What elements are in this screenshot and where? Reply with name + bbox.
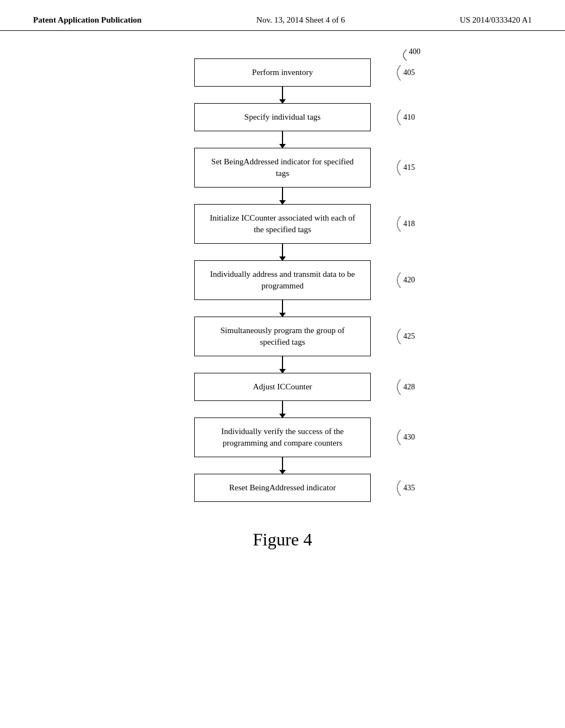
- annotation-428: 428: [392, 376, 415, 398]
- flow-box-405: Perform inventory: [194, 58, 371, 87]
- bracket-420: [392, 269, 402, 291]
- box-wrapper-425: Simultaneously program the group of spec…: [194, 317, 371, 356]
- page-header: Patent Application Publication Nov. 13, …: [0, 0, 565, 31]
- annotation-420: 420: [392, 269, 415, 291]
- flow-box-435: Reset BeingAddressed indicator: [194, 474, 371, 502]
- publication-title: Patent Application Publication: [33, 15, 142, 25]
- figure-label: Figure 4: [253, 529, 312, 550]
- box-wrapper-418: Initialize ICCounter associated with eac…: [194, 204, 371, 244]
- annotation-435: 435: [392, 477, 415, 499]
- box-wrapper-420: Individually address and transmit data t…: [194, 260, 371, 300]
- annotation-405: 405: [392, 62, 415, 84]
- arrow-2: [282, 131, 283, 148]
- annotation-410: 410: [392, 106, 415, 129]
- bracket-415: [392, 157, 402, 179]
- bracket-405: [392, 62, 402, 84]
- flow-box-418: Initialize ICCounter associated with eac…: [194, 204, 371, 244]
- flow-box-425: Simultaneously program the group of spec…: [194, 317, 371, 356]
- annotation-430: 430: [392, 426, 415, 448]
- arrow-1: [282, 87, 283, 103]
- flow-box-415: Set BeingAddressed indicator for specifi…: [194, 148, 371, 188]
- bracket-418: [392, 213, 402, 235]
- bracket-435: [392, 477, 402, 499]
- flow-box-430: Individually verify the success of the p…: [194, 417, 371, 457]
- box-wrapper-428: Adjust ICCounter 428: [194, 373, 371, 401]
- box-wrapper-430: Individually verify the success of the p…: [194, 417, 371, 457]
- flow-box-428: Adjust ICCounter: [194, 373, 371, 401]
- arrow-6: [282, 356, 283, 373]
- flow-box-420: Individually address and transmit data t…: [194, 260, 371, 300]
- arrow-3: [282, 188, 283, 204]
- bracket-428: [392, 376, 402, 398]
- flowchart: 400 Perform inventory 405 Specify indivi…: [145, 53, 420, 502]
- box-wrapper-405: Perform inventory 405: [194, 58, 371, 87]
- label-400: 400: [396, 47, 420, 63]
- bracket-410: [392, 106, 402, 129]
- publication-number: US 2014/0333420 A1: [460, 15, 532, 25]
- box-wrapper-415: Set BeingAddressed indicator for specifi…: [194, 148, 371, 188]
- bracket-430: [392, 426, 402, 448]
- annotation-418: 418: [392, 213, 415, 235]
- publication-date-sheet: Nov. 13, 2014 Sheet 4 of 6: [257, 15, 345, 25]
- box-wrapper-435: Reset BeingAddressed indicator 435: [194, 474, 371, 502]
- bracket-425: [392, 325, 402, 347]
- flow-box-410: Specify individual tags: [194, 103, 371, 131]
- arrow-5: [282, 300, 283, 317]
- annotation-425: 425: [392, 325, 415, 347]
- box-wrapper-410: Specify individual tags 410: [194, 103, 371, 131]
- arrow-7: [282, 401, 283, 417]
- arrow-4: [282, 244, 283, 260]
- arrow-8: [282, 457, 283, 474]
- bracket-400: [396, 47, 408, 63]
- main-content: 400 Perform inventory 405 Specify indivi…: [0, 31, 565, 550]
- annotation-415: 415: [392, 157, 415, 179]
